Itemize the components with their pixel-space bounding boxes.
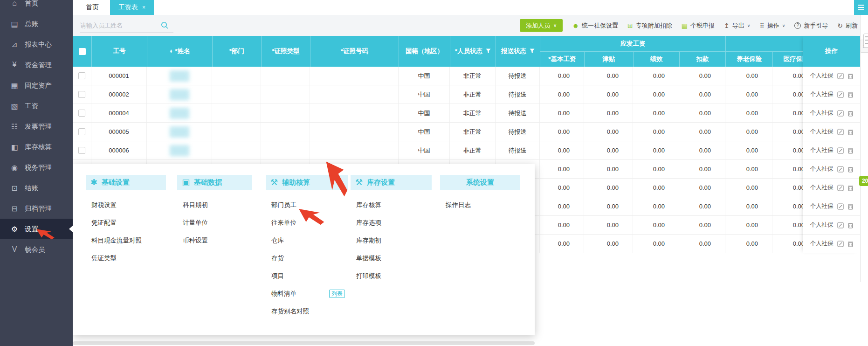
toolbar-refresh-button[interactable]: ↻刷新 (837, 21, 858, 30)
clipped-panel-icon[interactable] (863, 34, 868, 48)
column-header-pension[interactable]: 养老保险 (725, 51, 772, 67)
menu-item-币种设置[interactable]: 币种设置 (177, 232, 252, 249)
edit-icon[interactable] (837, 73, 844, 79)
sidebar-item-member-v[interactable]: V畅会员 (0, 239, 73, 260)
sort-icon[interactable]: ▲▼ (169, 49, 172, 53)
menu-item-科目期初[interactable]: 科目期初 (177, 196, 252, 214)
sidebar-item-inventory[interactable]: ◧库存核算 (0, 137, 73, 157)
column-header-cert_no[interactable]: *证照号码 (310, 36, 399, 67)
menu-item-凭证配置[interactable]: 凭证配置 (86, 214, 166, 232)
delete-icon[interactable] (847, 147, 854, 154)
delete-icon[interactable] (847, 91, 854, 98)
list-badge[interactable]: 列表 (329, 290, 345, 298)
sidebar-item-fixed-assets[interactable]: ▦固定资产 (0, 75, 73, 96)
column-header-deduct[interactable]: 扣款 (679, 51, 725, 67)
delete-icon[interactable] (847, 203, 854, 210)
menu-item-存货别名对照[interactable]: 存货别名对照 (266, 303, 348, 320)
personal-social-security-link[interactable]: 个人社保 (810, 184, 834, 192)
column-header-allowance[interactable]: 津贴 (584, 51, 633, 67)
sidebar-item-report-center[interactable]: ⊿报表中心 (0, 34, 73, 55)
personal-social-security-link[interactable]: 个人社保 (810, 146, 834, 154)
toolbar-tax-filing-button[interactable]: ▦个税申报 (682, 21, 715, 30)
toolbar-question-button[interactable]: ?新手引导 (794, 21, 828, 30)
column-header-cert_type[interactable]: *证照类型 (261, 36, 310, 67)
filter-icon[interactable] (486, 48, 491, 55)
sidebar-item-archive[interactable]: ⊟归档管理 (0, 198, 73, 219)
edit-icon[interactable] (837, 110, 844, 117)
sidebar-item-ledger[interactable]: ▤总账 (0, 14, 73, 34)
menu-item-计量单位[interactable]: 计量单位 (177, 214, 252, 232)
menu-item-操作日志[interactable]: 操作日志 (440, 196, 520, 214)
sidebar-item-tax[interactable]: ◉税务管理 (0, 157, 73, 178)
edit-icon[interactable] (837, 166, 844, 173)
edit-icon[interactable] (837, 203, 844, 210)
personal-social-security-link[interactable]: 个人社保 (810, 109, 834, 117)
filter-icon[interactable] (530, 48, 535, 55)
column-header-base[interactable]: *基本工资 (540, 51, 584, 67)
row-checkbox[interactable] (78, 72, 85, 79)
row-checkbox[interactable] (78, 147, 85, 154)
horizontal-scrollbar[interactable] (73, 341, 535, 345)
column-header-country[interactable]: 国籍（地区） (399, 36, 450, 67)
menu-item-库存期初[interactable]: 库存期初 (351, 232, 432, 249)
column-header-medical[interactable]: 医疗保险 (772, 51, 803, 67)
column-header-report_status[interactable]: 报送状态 (496, 36, 540, 67)
menu-item-物料清单[interactable]: 物料清单列表 (266, 285, 348, 303)
personal-social-security-link[interactable]: 个人社保 (810, 240, 834, 248)
toolbar-social-security-button[interactable]: ☻统一社保设置 (572, 21, 618, 30)
sidebar-item-salary[interactable]: ▧工资 (0, 96, 73, 116)
menu-item-打印模板[interactable]: 打印模板 (351, 267, 432, 285)
menu-item-往来单位[interactable]: 往来单位 (266, 214, 348, 232)
menu-item-科目现金流量对照[interactable]: 科目现金流量对照 (86, 232, 166, 249)
column-header-person_status[interactable]: *人员状态 (450, 36, 496, 67)
column-header-perf[interactable]: 绩效 (633, 51, 679, 67)
menu-item-项目[interactable]: 项目 (266, 267, 348, 285)
delete-icon[interactable] (847, 129, 854, 135)
toolbar-operations-button[interactable]: ⠿操作∨ (759, 21, 785, 30)
toolbar-export-button[interactable]: ↥导出∨ (724, 21, 750, 30)
sidebar-item-settings-gear[interactable]: ⚙设置 (0, 219, 73, 239)
hamburger-icon[interactable] (854, 0, 868, 15)
menu-item-凭证类型[interactable]: 凭证类型 (86, 249, 166, 267)
sidebar-item-invoice[interactable]: ☷发票管理 (0, 116, 73, 137)
menu-item-仓库[interactable]: 仓库 (266, 232, 348, 249)
column-header-dept[interactable]: *部门 (212, 36, 261, 67)
tab-payroll-active[interactable]: 工资表 × (110, 0, 154, 15)
add-person-button[interactable]: 添加人员 ∨ (520, 19, 563, 32)
edit-icon[interactable] (837, 185, 844, 191)
row-checkbox[interactable] (78, 110, 85, 117)
edit-icon[interactable] (837, 147, 844, 154)
column-header-name[interactable]: ▲▼*姓名 (147, 36, 212, 67)
delete-icon[interactable] (847, 110, 854, 117)
select-all-checkbox[interactable] (79, 48, 86, 55)
menu-item-存货[interactable]: 存货 (266, 249, 348, 267)
row-checkbox[interactable] (78, 128, 85, 135)
search-icon[interactable] (160, 21, 169, 29)
delete-icon[interactable] (847, 241, 854, 247)
tab-home[interactable]: 首页 (73, 0, 110, 15)
row-checkbox[interactable] (78, 91, 85, 98)
edit-icon[interactable] (837, 91, 844, 98)
column-header-id[interactable]: 工号 (91, 36, 147, 67)
delete-icon[interactable] (847, 166, 854, 173)
edit-icon[interactable] (837, 129, 844, 135)
sidebar-item-funds[interactable]: ¥资金管理 (0, 55, 73, 75)
menu-item-单据模板[interactable]: 单据模板 (351, 249, 432, 267)
edit-icon[interactable] (837, 222, 844, 228)
personal-social-security-link[interactable]: 个人社保 (810, 165, 834, 173)
toolbar-special-deduction-button[interactable]: ⊞专项附加扣除 (627, 21, 672, 30)
personal-social-security-link[interactable]: 个人社保 (810, 202, 834, 210)
edit-icon[interactable] (837, 241, 844, 247)
personal-social-security-link[interactable]: 个人社保 (810, 221, 834, 229)
personal-social-security-link[interactable]: 个人社保 (810, 72, 834, 80)
close-icon[interactable]: × (142, 4, 145, 11)
menu-item-库存核算[interactable]: 库存核算 (351, 196, 432, 214)
delete-icon[interactable] (847, 185, 854, 191)
personal-social-security-link[interactable]: 个人社保 (810, 128, 834, 136)
menu-item-财税设置[interactable]: 财税设置 (86, 196, 166, 214)
menu-item-部门员工[interactable]: 部门员工 (266, 196, 348, 214)
delete-icon[interactable] (847, 73, 854, 79)
sidebar-item-home[interactable]: ⌂首页 (0, 0, 73, 14)
delete-icon[interactable] (847, 222, 854, 228)
menu-item-库存选项[interactable]: 库存选项 (351, 214, 432, 232)
